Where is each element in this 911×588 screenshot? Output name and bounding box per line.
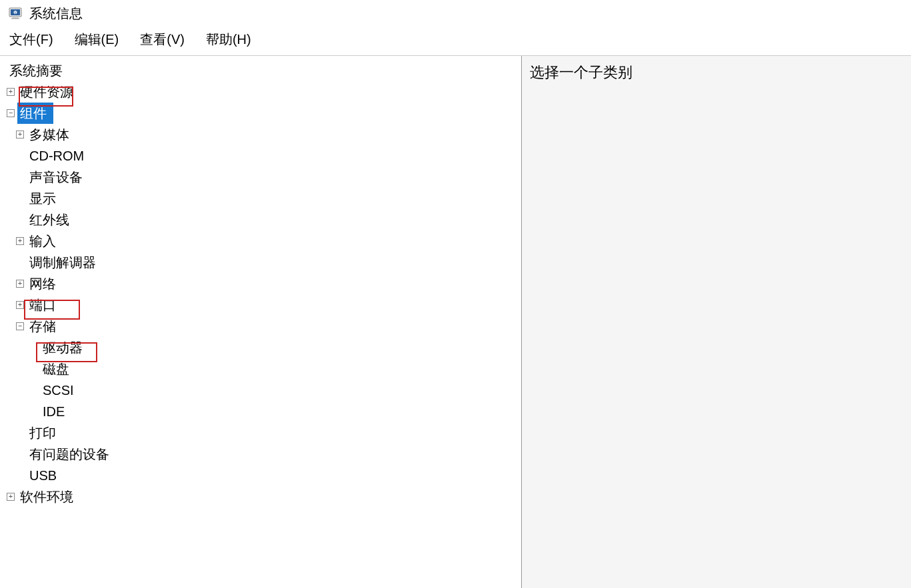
tree-node-ports[interactable]: + 端口 xyxy=(3,294,518,316)
menu-file[interactable]: 文件(F) xyxy=(5,29,57,50)
tree-node-ide[interactable]: IDE xyxy=(3,401,518,422)
spacer xyxy=(16,471,24,479)
tree-node-disks[interactable]: 磁盘 xyxy=(3,358,518,380)
svg-rect-3 xyxy=(11,18,19,19)
detail-message: 选择一个子类别 xyxy=(530,63,903,83)
expand-icon[interactable]: + xyxy=(16,237,24,245)
menu-help[interactable]: 帮助(H) xyxy=(202,29,255,50)
node-label: SCSI xyxy=(40,380,77,401)
tree-node-hardware-resources[interactable]: + 硬件资源 xyxy=(3,81,518,103)
spacer xyxy=(29,344,37,352)
tree-node-components[interactable]: − 组件 xyxy=(3,103,518,124)
menu-edit[interactable]: 编辑(E) xyxy=(71,29,123,50)
tree-node-input[interactable]: + 输入 xyxy=(3,230,518,252)
node-label: 声音设备 xyxy=(27,166,85,188)
tree-node-multimedia[interactable]: + 多媒体 xyxy=(3,124,518,145)
expand-icon[interactable]: + xyxy=(16,301,24,309)
node-label-selected: 组件 xyxy=(17,103,53,124)
node-label: 输入 xyxy=(27,230,59,252)
node-label: 驱动器 xyxy=(40,337,85,358)
detail-pane: 选择一个子类别 xyxy=(522,56,911,588)
node-label: 红外线 xyxy=(27,209,72,230)
collapse-icon[interactable]: − xyxy=(7,109,15,117)
svg-rect-2 xyxy=(13,17,18,18)
tree-node-cdrom[interactable]: CD-ROM xyxy=(3,145,518,166)
menu-bar: 文件(F) 编辑(E) 查看(V) 帮助(H) xyxy=(0,27,911,55)
spacer xyxy=(16,450,24,458)
tree-node-display[interactable]: 显示 xyxy=(3,188,518,209)
node-label: 系统摘要 xyxy=(7,60,65,81)
expand-icon[interactable]: + xyxy=(7,88,15,96)
tree-node-infrared[interactable]: 红外线 xyxy=(3,209,518,230)
tree-node-drives[interactable]: 驱动器 xyxy=(3,337,518,358)
tree-node-usb[interactable]: USB xyxy=(3,465,518,486)
tree-node-network[interactable]: + 网络 xyxy=(3,273,518,294)
node-label: 网络 xyxy=(27,273,59,294)
expand-icon[interactable]: + xyxy=(16,131,24,139)
tree-node-scsi[interactable]: SCSI xyxy=(3,380,518,401)
spacer xyxy=(16,429,24,437)
node-label: 软件环境 xyxy=(17,486,76,507)
spacer xyxy=(16,152,24,160)
expand-icon[interactable]: + xyxy=(7,493,15,501)
tree-node-problem-devices[interactable]: 有问题的设备 xyxy=(3,443,518,465)
spacer xyxy=(16,216,24,224)
tree-node-software-environment[interactable]: + 软件环境 xyxy=(3,486,518,507)
tree-node-printing[interactable]: 打印 xyxy=(3,422,518,443)
node-label: 多媒体 xyxy=(27,124,72,145)
spacer xyxy=(29,408,37,416)
node-label: 调制解调器 xyxy=(27,252,99,273)
node-label: CD-ROM xyxy=(27,145,87,166)
tree-node-sound-device[interactable]: 声音设备 xyxy=(3,166,518,188)
node-label: 磁盘 xyxy=(40,358,72,380)
spacer xyxy=(16,173,24,181)
spacer xyxy=(16,194,24,202)
content-area: 系统摘要 + 硬件资源 − 组件 + 多媒体 CD-ROM 声音设备 xyxy=(0,55,911,588)
spacer xyxy=(29,365,37,373)
node-label: 硬件资源 xyxy=(17,81,76,103)
node-label: 端口 xyxy=(27,294,59,316)
collapse-icon[interactable]: − xyxy=(16,322,24,330)
spacer xyxy=(16,258,24,266)
app-icon: i xyxy=(8,7,24,20)
node-label: IDE xyxy=(40,401,67,422)
tree-node-modem[interactable]: 调制解调器 xyxy=(3,252,518,273)
node-label: 打印 xyxy=(27,422,59,443)
node-label: USB xyxy=(27,465,59,486)
spacer xyxy=(29,386,37,394)
expand-icon[interactable]: + xyxy=(16,280,24,288)
tree-node-system-summary[interactable]: 系统摘要 xyxy=(3,60,518,81)
menu-view[interactable]: 查看(V) xyxy=(136,29,189,50)
node-label: 存储 xyxy=(27,316,59,337)
tree-node-storage[interactable]: − 存储 xyxy=(3,316,518,337)
title-bar: i 系统信息 xyxy=(0,0,911,27)
node-label: 有问题的设备 xyxy=(27,443,112,465)
tree-pane[interactable]: 系统摘要 + 硬件资源 − 组件 + 多媒体 CD-ROM 声音设备 xyxy=(0,56,522,588)
window-title: 系统信息 xyxy=(29,5,83,23)
node-label: 显示 xyxy=(27,188,59,209)
